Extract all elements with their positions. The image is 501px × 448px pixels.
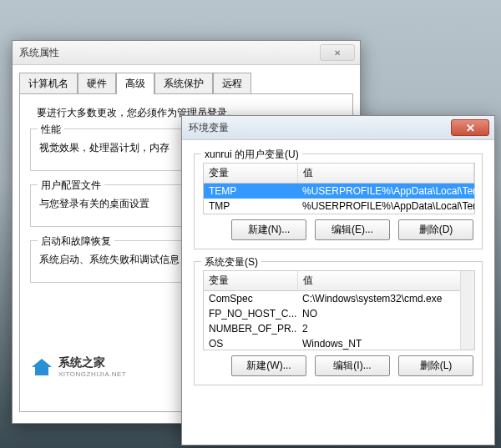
env-titlebar[interactable]: 环境变量 ✕ [182,116,494,140]
watermark-subtext: XITONGZHIJIA.NET [58,370,126,378]
watermark-text: 系统之家 [58,355,126,370]
close-icon[interactable]: ✕ [451,119,489,136]
var-name: TMP [204,199,297,213]
system-vars-table[interactable]: 变量 值 ComSpec C:\Windows\system32\cmd.exe… [203,270,475,350]
edit-button[interactable]: 编辑(E)... [315,219,390,240]
user-vars-table[interactable]: 变量 值 TEMP %USERPROFILE%\AppData\Local\Te… [203,163,475,214]
edit-button[interactable]: 编辑(I)... [315,355,390,376]
performance-title: 性能 [38,123,64,137]
delete-button[interactable]: 删除(L) [398,355,473,376]
tab-advanced[interactable]: 高级 [116,73,154,94]
table-row[interactable]: OS Windows_NT [204,336,474,350]
col-variable[interactable]: 变量 [204,164,298,183]
tab-computer-name[interactable]: 计算机名 [19,73,78,94]
var-name: NUMBER_OF_PR... [204,322,297,335]
tab-remote[interactable]: 远程 [213,73,251,94]
close-icon[interactable]: ✕ [320,44,355,61]
table-header: 变量 值 [204,271,474,291]
var-name: ComSpec [204,292,297,305]
table-row[interactable]: ComSpec C:\Windows\system32\cmd.exe [204,291,474,306]
environment-variables-window: 环境变量 ✕ xunrui 的用户变量(U) 变量 值 TEMP %USERPR… [181,115,495,445]
tab-hardware[interactable]: 硬件 [78,73,116,94]
table-row[interactable]: TEMP %USERPROFILE%\AppData\Local\Temp [204,184,474,199]
user-vars-label: xunrui 的用户变量(U) [201,148,302,162]
var-value: C:\Windows\system32\cmd.exe [297,292,474,305]
sysprops-titlebar[interactable]: 系统属性 ✕ [13,41,360,65]
var-name: FP_NO_HOST_C... [204,307,297,320]
house-icon [30,357,53,377]
var-name: OS [204,337,297,350]
col-value[interactable]: 值 [298,164,474,183]
table-header: 变量 值 [204,164,474,184]
var-name: TEMP [204,184,297,198]
new-button[interactable]: 新建(W)... [231,355,306,376]
tab-system-protection[interactable]: 系统保护 [154,73,213,94]
sysprops-tabs: 计算机名 硬件 高级 系统保护 远程 [13,65,360,93]
env-body: xunrui 的用户变量(U) 变量 值 TEMP %USERPROFILE%\… [182,140,494,405]
table-row[interactable]: TMP %USERPROFILE%\AppData\Local\Temp [204,199,474,214]
sysprops-title: 系统属性 [18,46,320,60]
system-vars-label: 系统变量(S) [201,255,261,269]
table-row[interactable]: FP_NO_HOST_C... NO [204,306,474,321]
startup-title: 启动和故障恢复 [38,234,114,249]
col-value[interactable]: 值 [298,271,474,290]
userprofile-title: 用户配置文件 [38,179,104,193]
watermark-logo: 系统之家 XITONGZHIJIA.NET [30,355,126,378]
system-vars-fieldset: 系统变量(S) 变量 值 ComSpec C:\Windows\system32… [194,261,483,385]
env-title: 环境变量 [187,121,451,135]
scrollbar[interactable] [460,271,474,350]
delete-button[interactable]: 删除(D) [398,219,473,240]
var-value: %USERPROFILE%\AppData\Local\Temp [297,199,474,213]
user-vars-fieldset: xunrui 的用户变量(U) 变量 值 TEMP %USERPROFILE%\… [194,154,483,249]
col-variable[interactable]: 变量 [204,271,298,290]
var-value: Windows_NT [297,337,474,350]
var-value: NO [297,307,474,320]
var-value: %USERPROFILE%\AppData\Local\Temp [297,184,474,198]
var-value: 2 [297,322,474,335]
new-button[interactable]: 新建(N)... [231,219,306,240]
table-row[interactable]: NUMBER_OF_PR... 2 [204,321,474,336]
